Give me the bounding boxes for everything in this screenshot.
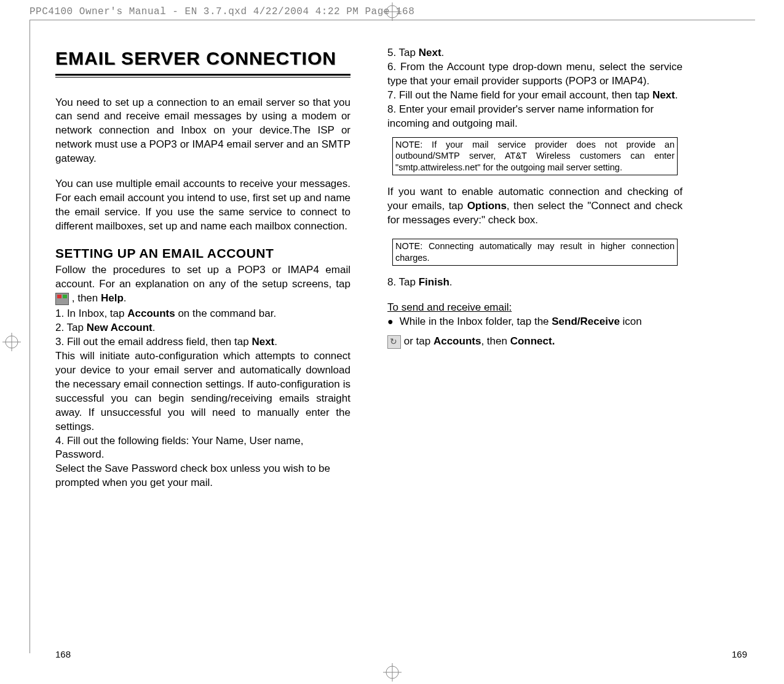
step-1: 1. In Inbox, tap Accounts on the command… <box>55 307 350 321</box>
send-receive-heading: To send and receive email: <box>387 301 683 315</box>
qxd-header: PPC4100 Owner's Manual - EN 3.7.qxd 4/22… <box>30 6 414 17</box>
crop-mark-left <box>2 333 21 351</box>
page-title: EMAIL SERVER CONNECTION <box>55 46 350 71</box>
step-6: 6. From the Account type drop-down menu,… <box>387 60 683 89</box>
intro-paragraph-2: You can use multiple email accounts to r… <box>55 177 350 234</box>
step-4: 4. Fill out the following fields: Your N… <box>55 434 350 463</box>
bullet-continuation: or tap Accounts, then Connect. <box>387 335 683 349</box>
save-password-note: Select the Save Password check box unles… <box>55 462 350 490</box>
next-label-1: Next <box>251 336 274 348</box>
step-8: 8. Enter your email provider's server na… <box>387 103 683 131</box>
crop-mark-bottom <box>383 663 402 682</box>
accounts-label: Accounts <box>127 308 175 319</box>
cont-a: or tap <box>404 335 434 347</box>
left-column: EMAIL SERVER CONNECTION You need to set … <box>55 46 350 490</box>
next-label-3: Next <box>652 89 675 101</box>
bullet-text: While in the Inbox folder, tap the Send/… <box>400 315 642 329</box>
step8f-b: . <box>449 276 453 288</box>
content-columns: EMAIL SERVER CONNECTION You need to set … <box>55 46 744 490</box>
setup-intro: Follow the procedures to set up a POP3 o… <box>55 263 350 306</box>
send-receive-icon <box>387 335 401 349</box>
step-5: 5. Tap Next. <box>387 46 683 60</box>
setup-intro-b: , then <box>72 292 101 304</box>
title-rule-thick <box>55 74 350 76</box>
step-8-finish: 8. Tap Finish. <box>387 276 683 290</box>
finish-label: Finish <box>419 276 449 288</box>
bullet-b: icon <box>620 316 642 327</box>
options-paragraph: If you want to enable automatic connecti… <box>387 185 683 228</box>
send-receive-label: Send/Receive <box>552 316 620 327</box>
bullet-dot-icon: ● <box>387 315 394 329</box>
step-7: 7. Fill out the Name field for your emai… <box>387 89 683 103</box>
step3-b: . <box>274 336 277 348</box>
page-number-left: 168 <box>55 649 71 659</box>
step-2: 2. Tap New Account. <box>55 321 350 335</box>
bullet-send-receive: ● While in the Inbox folder, tap the Sen… <box>387 315 683 329</box>
title-rule-thin <box>55 77 350 78</box>
step8f-a: 8. Tap <box>387 276 419 288</box>
connect-label: Connect. <box>510 335 555 347</box>
cont-b: , then <box>481 335 510 347</box>
step1-a: 1. In Inbox, tap <box>55 308 127 319</box>
step7-a: 7. Fill out the Name field for your emai… <box>387 89 652 101</box>
windows-logo-icon <box>55 293 69 305</box>
note-charges: NOTE: Connecting automatically may resul… <box>392 239 678 266</box>
help-label: Help <box>101 292 124 304</box>
bullet-a: While in the Inbox folder, tap the <box>400 316 552 327</box>
setup-intro-a: Follow the procedures to set up a POP3 o… <box>55 264 350 290</box>
crop-mark-top <box>383 2 402 21</box>
step7-b: . <box>675 89 678 101</box>
page-number-right: 169 <box>732 649 747 659</box>
new-account-label: New Account <box>87 322 152 333</box>
subheading-setup: SETTING UP AN EMAIL ACCOUNT <box>55 245 350 262</box>
step3-a: 3. Fill out the email address field, the… <box>55 336 251 348</box>
step5-a: 5. Tap <box>387 47 419 58</box>
note-smtp: NOTE: If your mail service provider does… <box>392 137 678 176</box>
autoconfig-paragraph: This will initiate auto-configuration wh… <box>55 349 350 434</box>
step2-a: 2. Tap <box>55 322 87 333</box>
next-label-2: Next <box>419 47 441 58</box>
setup-intro-c: . <box>124 292 127 304</box>
options-label: Options <box>467 200 507 212</box>
accounts-label-2: Accounts <box>434 335 481 347</box>
right-column: 5. Tap Next. 6. From the Account type dr… <box>387 46 683 490</box>
step5-b: . <box>441 47 445 58</box>
step-3: 3. Fill out the email address field, the… <box>55 335 350 349</box>
step1-b: on the command bar. <box>175 308 276 319</box>
intro-paragraph-1: You need to set up a connection to an em… <box>55 96 350 167</box>
step2-b: . <box>152 322 156 333</box>
